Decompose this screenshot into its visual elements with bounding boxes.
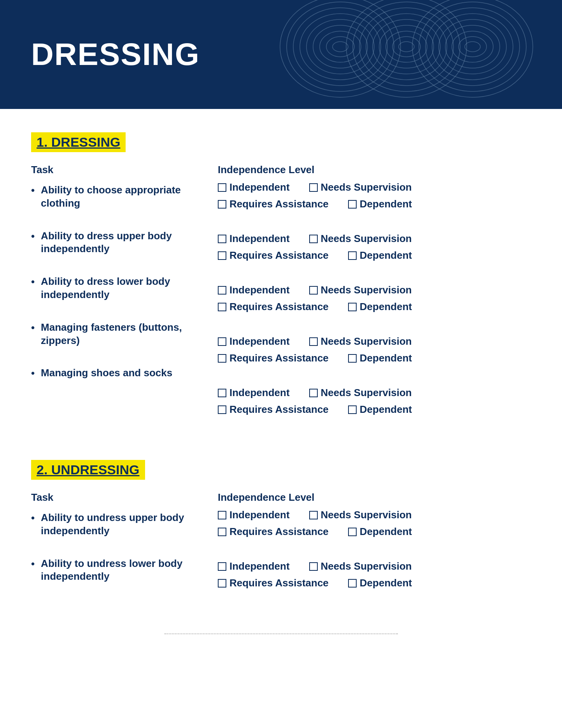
level-row-u1a: Independent Needs Supervision [218,507,531,523]
level-block-2: Independent Needs Supervision Requires A… [218,231,531,263]
level-row-2a: Independent Needs Supervision [218,231,531,246]
level-block-5: Independent Needs Supervision Requires A… [218,385,531,417]
level-options-3: Independent Needs Supervision Requires A… [218,282,531,314]
level-independent-5[interactable]: Independent [218,385,290,400]
level-options-4: Independent Needs Supervision Requires A… [218,334,531,366]
level-independent-u1[interactable]: Independent [218,507,290,523]
checkbox-dependent-1[interactable] [348,200,357,209]
footer-divider [165,633,398,634]
level-requires-assistance-5[interactable]: Requires Assistance [218,402,329,417]
checkbox-independent-5[interactable] [218,389,226,397]
checkbox-needs-supervision-u1[interactable] [309,511,318,519]
checkbox-dependent-u2[interactable] [348,579,357,588]
checkbox-needs-supervision-1[interactable] [309,183,318,192]
checkbox-dependent-u1[interactable] [348,528,357,536]
level-row-3b: Requires Assistance Dependent [218,299,531,314]
checkbox-requires-assistance-3[interactable] [218,303,226,311]
checkbox-needs-supervision-5[interactable] [309,389,318,397]
level-requires-assistance-u2[interactable]: Requires Assistance [218,575,329,591]
svg-point-26 [465,42,480,52]
level-dependent-3[interactable]: Dependent [348,299,412,314]
levels-column-undressing: Independence Level Independent Needs Sup… [218,491,531,610]
level-options-u2: Independent Needs Supervision Requires A… [218,559,531,591]
levels-column-dressing: Independence Level Independent Needs Sup… [218,164,531,437]
level-dependent-4[interactable]: Dependent [348,351,412,366]
level-block-u1: Independence Level Independent Needs Sup… [218,491,531,539]
checkbox-independent-3[interactable] [218,286,226,295]
checkbox-dependent-5[interactable] [348,405,357,414]
level-row-5b: Requires Assistance Dependent [218,402,531,417]
level-dependent-u1[interactable]: Dependent [348,524,412,539]
checkbox-needs-supervision-u2[interactable] [309,562,318,571]
tasks-column-dressing: Task • Ability to choose appropriate clo… [31,164,218,437]
svg-point-1 [287,2,394,91]
checkbox-requires-assistance-1[interactable] [218,200,226,209]
checkbox-needs-supervision-4[interactable] [309,337,318,346]
level-header-dressing: Independence Level [218,164,531,176]
level-dependent-u2[interactable]: Dependent [348,575,412,591]
level-needs-supervision-3[interactable]: Needs Supervision [309,282,412,298]
level-requires-assistance-2[interactable]: Requires Assistance [218,248,329,263]
checkbox-dependent-3[interactable] [348,303,357,311]
page-title: DRESSING [31,37,200,72]
task-item-3: • Ability to dress lower body independen… [31,275,218,302]
bullet-1: • [31,184,35,196]
checkbox-requires-assistance-4[interactable] [218,354,226,363]
level-needs-supervision-u2[interactable]: Needs Supervision [309,559,412,574]
checkbox-dependent-2[interactable] [348,251,357,260]
level-requires-assistance-4[interactable]: Requires Assistance [218,351,329,366]
checkbox-requires-assistance-u1[interactable] [218,528,226,536]
checkbox-dependent-4[interactable] [348,354,357,363]
checkbox-requires-assistance-2[interactable] [218,251,226,260]
level-dependent-2[interactable]: Dependent [348,248,412,263]
level-needs-supervision-2[interactable]: Needs Supervision [309,231,412,246]
section-dressing: 1. DRESSING Task • Ability to choose app… [31,132,531,437]
level-needs-supervision-4[interactable]: Needs Supervision [309,334,412,349]
level-needs-supervision-1[interactable]: Needs Supervision [309,180,412,195]
svg-point-6 [320,31,361,62]
tasks-column-undressing: Task • Ability to undress upper body ind… [31,491,218,610]
level-dependent-1[interactable]: Dependent [348,196,412,212]
checkbox-independent-u2[interactable] [218,562,226,571]
level-block-u2: Independent Needs Supervision Requires A… [218,559,531,591]
task-item-u1: • Ability to undress upper body independ… [31,511,218,538]
checkbox-needs-supervision-2[interactable] [309,235,318,243]
task-item-4: • Managing fasteners (buttons, zippers) [31,321,218,347]
level-needs-supervision-5[interactable]: Needs Supervision [309,385,412,400]
svg-point-18 [412,0,533,97]
level-row-5a: Independent Needs Supervision [218,385,531,400]
task-text-u2: Ability to undress lower body independen… [41,557,218,584]
task-text-4: Managing fasteners (buttons, zippers) [41,321,218,347]
level-row-2b: Requires Assistance Dependent [218,248,531,263]
checkbox-independent-1[interactable] [218,183,226,192]
svg-point-24 [452,31,493,62]
checkbox-independent-2[interactable] [218,235,226,243]
level-requires-assistance-u1[interactable]: Requires Assistance [218,524,329,539]
level-requires-assistance-3[interactable]: Requires Assistance [218,299,329,314]
checkbox-requires-assistance-u2[interactable] [218,579,226,588]
bullet-4: • [31,322,35,334]
checkbox-independent-4[interactable] [218,337,226,346]
level-independent-3[interactable]: Independent [218,282,290,298]
page-header: DRESSING [0,0,562,109]
level-needs-supervision-u1[interactable]: Needs Supervision [309,507,412,523]
level-independent-4[interactable]: Independent [218,334,290,349]
level-block-4: Independent Needs Supervision Requires A… [218,334,531,366]
checkbox-independent-u1[interactable] [218,511,226,519]
level-independent-2[interactable]: Independent [218,231,290,246]
level-requires-assistance-1[interactable]: Requires Assistance [218,196,329,212]
level-independent-u2[interactable]: Independent [218,559,290,574]
checkbox-requires-assistance-5[interactable] [218,405,226,414]
level-row-4a: Independent Needs Supervision [218,334,531,349]
level-dependent-5[interactable]: Dependent [348,402,412,417]
svg-point-25 [459,37,487,57]
checkbox-needs-supervision-3[interactable] [309,286,318,295]
section-undressing-body: Task • Ability to undress upper body ind… [31,491,531,610]
level-independent-1[interactable]: Independent [218,180,290,195]
header-decoration [274,0,539,105]
svg-point-17 [399,42,414,52]
task-item-1: • Ability to choose appropriate clothing [31,184,218,210]
task-text-u1: Ability to undress upper body independen… [41,511,218,538]
level-block-1: Independence Level Independent Needs Sup… [218,164,531,212]
section-dressing-heading: 1. DRESSING [31,132,126,152]
